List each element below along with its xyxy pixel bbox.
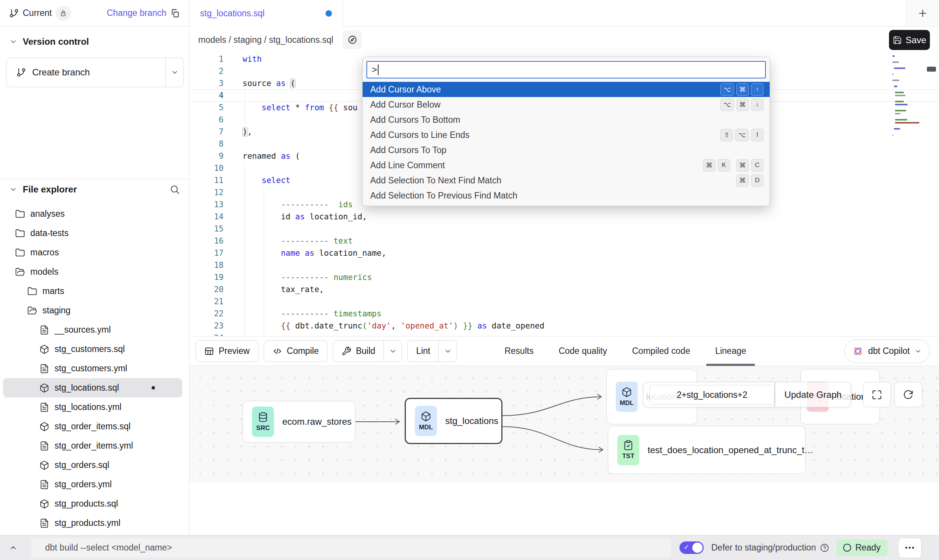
expand-console-button[interactable] xyxy=(0,535,27,560)
command-item[interactable]: Add Selection To Next Find Match⌘D xyxy=(363,173,770,188)
code-line-22[interactable]: 22 ---------- timestamps xyxy=(189,308,939,320)
file-item-stg_orders.yml[interactable]: stg_orders.yml xyxy=(3,475,182,494)
file-item-stg_customers.yml[interactable]: stg_customers.yml xyxy=(3,359,182,378)
chevron-down-icon xyxy=(444,347,452,355)
file-item-data-tests[interactable]: data-tests xyxy=(3,224,182,243)
file-item-stg_order_items.yml[interactable]: stg_order_items.yml xyxy=(3,436,182,455)
cube-icon xyxy=(621,387,632,397)
save-button[interactable]: Save xyxy=(889,30,930,50)
file-item-__sources.yml[interactable]: __sources.yml xyxy=(3,320,182,339)
file-item-stg_customers.sql[interactable]: stg_customers.sql xyxy=(3,339,182,359)
file-explorer-header[interactable]: File explorer xyxy=(9,184,180,195)
code-line-15[interactable]: 15 xyxy=(189,223,939,235)
fullscreen-button[interactable] xyxy=(863,382,891,407)
preview-button[interactable]: Preview xyxy=(196,340,258,362)
code-line-23[interactable]: 23 {{ dbt.date_trunc('day', 'opened_at')… xyxy=(189,320,939,332)
tab-filename: stg_locations.sql xyxy=(200,8,264,19)
code-line-19[interactable]: 19 ---------- numerics xyxy=(189,271,939,283)
command-item[interactable]: Add Cursor Below⌥⌘↓ xyxy=(363,97,770,112)
wrench-icon xyxy=(341,346,351,356)
lineage-node-test[interactable]: TST test_does_location_opened_at_trunc_t… xyxy=(608,426,806,474)
model-icon xyxy=(39,460,49,470)
code-line-21[interactable]: 21 xyxy=(189,296,939,308)
line-number: 4 xyxy=(189,90,224,101)
more-options-button[interactable] xyxy=(898,538,922,558)
file-item-stg_locations.sql[interactable]: stg_locations.sql xyxy=(3,378,182,397)
tab-stg-locations-sql[interactable]: stg_locations.sql xyxy=(189,0,343,27)
status-circle-icon xyxy=(843,544,851,552)
command-palette-input[interactable]: > xyxy=(366,61,766,78)
lineage-node-stg-locations[interactable]: MDL stg_locations xyxy=(405,398,502,444)
file-item-stg_products.sql[interactable]: stg_products.sql xyxy=(3,494,182,513)
code-line-17[interactable]: 17 name as location_name, xyxy=(189,247,939,259)
copy-icon[interactable] xyxy=(170,8,180,18)
breadcrumb: models / staging / stg_locations.sql xyxy=(198,27,333,53)
file-item-macros[interactable]: macros xyxy=(3,243,182,262)
command-item[interactable]: Add Cursors To Top xyxy=(363,142,770,158)
code-line-18[interactable]: 18 xyxy=(189,259,939,271)
minimap[interactable] xyxy=(892,55,921,137)
command-item[interactable]: Add Cursors to Line Ends⇧⌥I xyxy=(363,127,770,142)
file-item-stg_orders.sql[interactable]: stg_orders.sql xyxy=(3,455,182,475)
defer-label: Defer to staging/production xyxy=(711,543,816,553)
shortcut-key: K xyxy=(718,159,730,172)
create-branch-dropdown[interactable] xyxy=(165,58,183,87)
change-branch-link[interactable]: Change branch xyxy=(107,8,166,18)
lint-dropdown[interactable] xyxy=(438,341,457,361)
new-tab-button[interactable] xyxy=(906,0,939,26)
build-dropdown[interactable] xyxy=(383,341,402,361)
dbt-copilot-button[interactable]: dbt Copilot xyxy=(844,339,930,363)
graph-selector-input[interactable]: 2+stg_locations+2 xyxy=(649,385,775,405)
editor-scrollbar-thumb[interactable] xyxy=(927,67,936,72)
tab-lineage[interactable]: Lineage xyxy=(703,336,759,366)
tab-strip: stg_locations.sql xyxy=(189,0,939,27)
plus-icon xyxy=(917,8,928,19)
file-item-models[interactable]: models xyxy=(3,262,182,282)
command-label: Add Cursor Below xyxy=(370,100,440,110)
chevron-up-icon xyxy=(8,543,18,553)
file-item-label: stg_products.yml xyxy=(55,518,121,528)
update-graph-button[interactable]: Update Graph xyxy=(775,382,851,407)
code-line-14[interactable]: 14 id as location_id, xyxy=(189,211,939,223)
build-split-button: Build xyxy=(333,340,402,362)
line-number: 18 xyxy=(189,259,224,271)
create-branch-button[interactable]: Create branch xyxy=(6,58,184,87)
defer-toggle[interactable]: ✓ xyxy=(679,541,704,554)
tab-code-quality[interactable]: Code quality xyxy=(546,336,620,366)
lint-button[interactable]: Lint xyxy=(408,341,438,361)
file-item-stg_order_items.sql[interactable]: stg_order_items.sql xyxy=(3,417,182,436)
code-line-16[interactable]: 16 ---------- text xyxy=(189,235,939,247)
search-icon[interactable] xyxy=(169,184,180,195)
command-item[interactable]: Add Line Comment⌘K⌘C xyxy=(363,158,770,173)
code-line-20[interactable]: 20 tax_rate, xyxy=(189,283,939,296)
file-item-stg_locations.yml[interactable]: stg_locations.yml xyxy=(3,397,182,417)
lineage-node-source[interactable]: SRC ecom.raw_stores xyxy=(243,401,355,443)
command-placeholder: dbt build --select <model_name> xyxy=(45,543,172,553)
lock-icon xyxy=(59,9,67,17)
tab-results[interactable]: Results xyxy=(492,336,546,366)
dbt-command-input[interactable]: dbt build --select <model_name> xyxy=(31,538,671,558)
file-item-marts[interactable]: marts xyxy=(3,282,182,301)
chevron-down-icon xyxy=(914,347,922,355)
file-item-stg_products.yml[interactable]: stg_products.yml xyxy=(3,513,182,533)
command-item[interactable]: Add Cursor Above⌥⌘↑ xyxy=(363,82,770,97)
git-branch-icon xyxy=(9,8,19,18)
command-item[interactable]: Add Cursors To Bottom xyxy=(363,112,770,127)
file-item-staging[interactable]: staging xyxy=(3,301,182,320)
build-button[interactable]: Build xyxy=(333,341,383,361)
cube-icon xyxy=(421,411,431,422)
version-control-header[interactable]: Version control xyxy=(9,36,89,47)
file-item-analyses[interactable]: analyses xyxy=(3,204,182,224)
file-item-label: data-tests xyxy=(30,228,69,238)
status-bar: dbt build --select <model_name> ✓ Defer … xyxy=(0,535,939,560)
tab-compiled-code[interactable]: Compiled code xyxy=(620,336,703,366)
lineage-canvas[interactable]: SRC ecom.raw_stores MDL stg_locations xyxy=(189,366,939,482)
status-badge[interactable]: Ready xyxy=(836,540,887,556)
line-number: 22 xyxy=(189,308,224,320)
command-item[interactable]: Add Selection To Previous Find Match xyxy=(363,188,770,203)
help-icon[interactable] xyxy=(820,543,829,553)
line-number: 1 xyxy=(189,53,224,65)
compile-button[interactable]: Compile xyxy=(264,340,327,362)
refresh-button[interactable] xyxy=(894,382,922,407)
docs-compass-button[interactable] xyxy=(343,30,362,49)
